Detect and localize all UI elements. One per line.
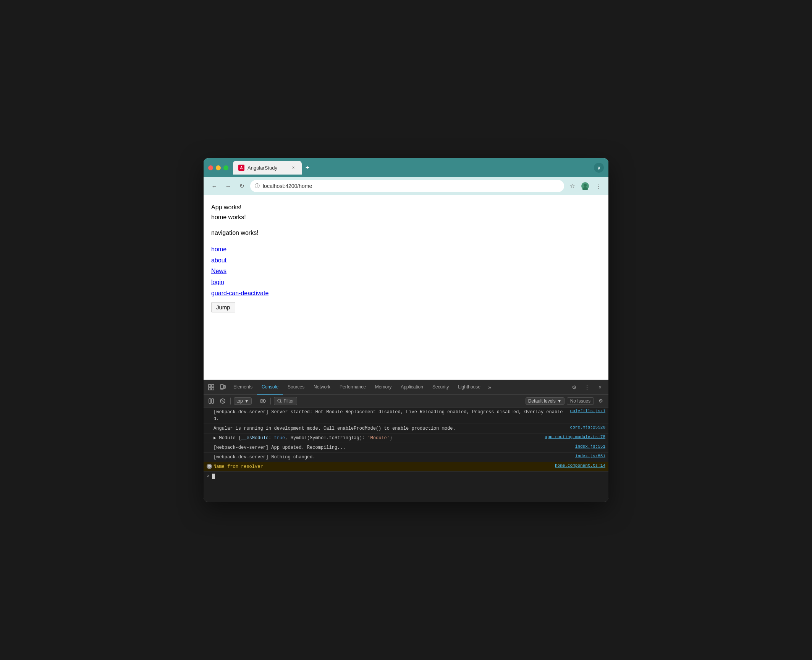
console-source-link-2[interactable]: core.mjs:25520 [570, 425, 605, 430]
browser-menu-button[interactable]: ⋮ [593, 181, 603, 191]
devtools-inspect-icon[interactable] [206, 382, 217, 393]
console-line-text-5: [webpack-dev-server] Nothing changed. [214, 454, 571, 461]
console-line-icon-2 [207, 425, 214, 425]
console-input-area[interactable]: > [204, 472, 608, 480]
toolbar-separator-2 [255, 398, 255, 404]
tab-favicon: A [238, 165, 244, 171]
console-line-icon-4 [207, 444, 214, 445]
console-line-text-1: [webpack-dev-server] Server started: Hot… [214, 409, 566, 422]
console-line-3: ▶ Module {__esModule: true, Symbol(Symbo… [204, 434, 608, 443]
navigation-bar: ← → ↻ ⓘ localhost:4200/home ☆ ⋮ [204, 177, 608, 195]
console-line-5: [webpack-dev-server] Nothing changed. in… [204, 453, 608, 462]
devtools-tab-memory[interactable]: Memory [370, 380, 396, 395]
console-source-link-4[interactable]: index.js:551 [575, 444, 605, 449]
console-filter-input[interactable]: Filter [274, 397, 298, 405]
svg-point-15 [262, 400, 264, 402]
forward-button[interactable]: → [223, 181, 233, 191]
console-sidebar-button[interactable] [207, 396, 216, 406]
toolbar-separator-1 [230, 398, 231, 404]
devtools-more-menu-icon[interactable]: ⋮ [582, 382, 592, 393]
devtools-tab-console[interactable]: Console [257, 380, 283, 395]
tab-close-button[interactable]: × [290, 165, 296, 171]
console-issues-badge[interactable]: No Issues [567, 397, 594, 405]
svg-line-13 [221, 399, 225, 403]
console-prompt-symbol: > [207, 473, 210, 479]
devtools-action-buttons: ⚙ ⋮ × [569, 382, 606, 393]
avatar-button[interactable] [580, 181, 590, 191]
toolbar-separator-3 [270, 398, 271, 404]
svg-rect-3 [209, 385, 211, 387]
devtools-close-button[interactable]: × [595, 382, 605, 393]
jump-button[interactable]: Jump [211, 302, 235, 312]
console-line-text-3: ▶ Module {__esModule: true, Symbol(Symbo… [214, 435, 541, 442]
nav-link-home[interactable]: home [211, 244, 601, 255]
bookmark-button[interactable]: ☆ [567, 181, 577, 191]
devtools-tab-elements[interactable]: Elements [229, 380, 257, 395]
traffic-lights [208, 165, 228, 170]
console-line-icon-1 [207, 409, 214, 409]
devtools-settings-icon[interactable]: ⚙ [569, 382, 579, 393]
console-source-link-3[interactable]: app-routing.module.ts:75 [545, 435, 605, 439]
console-line-4: [webpack-dev-server] App updated. Recomp… [204, 443, 608, 453]
devtools-tab-application[interactable]: Application [396, 380, 428, 395]
console-clear-button[interactable] [218, 396, 227, 406]
svg-point-16 [278, 399, 281, 402]
console-eye-button[interactable] [258, 396, 267, 406]
devtools-tab-sources[interactable]: Sources [283, 380, 309, 395]
svg-rect-5 [209, 388, 211, 390]
svg-rect-6 [212, 388, 214, 390]
devtools-panel: Elements Console Sources Network Perform… [204, 380, 608, 502]
devtools-more-tabs-button[interactable]: » [485, 383, 494, 392]
address-bar[interactable]: ⓘ localhost:4200/home [250, 180, 564, 192]
console-line-text-6: Name from resolver [214, 463, 551, 470]
svg-rect-11 [212, 399, 214, 403]
address-info-icon: ⓘ [255, 183, 260, 189]
console-line-icon-6: ③ [207, 463, 214, 469]
maximize-traffic-light[interactable] [223, 165, 228, 170]
svg-line-17 [280, 402, 281, 403]
address-text: localhost:4200/home [263, 183, 560, 189]
nav-link-news[interactable]: News [211, 266, 601, 277]
console-line-1: [webpack-dev-server] Server started: Hot… [204, 408, 608, 424]
svg-rect-10 [209, 399, 211, 403]
console-source-link-5[interactable]: index.js:551 [575, 454, 605, 458]
console-source-link-1[interactable]: polyfills.js:1 [570, 409, 605, 413]
devtools-tab-network[interactable]: Network [309, 380, 335, 395]
devtools-toolbar: top ▼ Filter Default levels [204, 395, 608, 408]
devtools-tab-bar: Elements Console Sources Network Perform… [204, 380, 608, 395]
console-level-select[interactable]: Default levels ▼ [526, 397, 565, 405]
tab-title: AngularStudy [247, 165, 287, 171]
console-source-link-6[interactable]: home.component.ts:14 [555, 463, 605, 468]
svg-point-14 [260, 399, 265, 403]
console-cursor [212, 474, 215, 479]
reload-button[interactable]: ↻ [236, 181, 247, 191]
console-line-6-warning: ③ Name from resolver home.component.ts:1… [204, 462, 608, 472]
back-button[interactable]: ← [209, 181, 220, 191]
page-content: App works! home works! navigation works!… [204, 195, 608, 380]
devtools-tab-security[interactable]: Security [428, 380, 453, 395]
tab-bar: A AngularStudy × + ∨ [233, 161, 604, 175]
minimize-traffic-light[interactable] [216, 165, 221, 170]
console-toolbar-settings-icon[interactable]: ⚙ [596, 396, 605, 406]
devtools-tab-performance[interactable]: Performance [335, 380, 370, 395]
svg-rect-4 [212, 385, 214, 387]
nav-link-login[interactable]: login [211, 277, 601, 288]
close-traffic-light[interactable] [208, 165, 213, 170]
new-tab-button[interactable]: + [302, 162, 313, 173]
nav-link-about[interactable]: about [211, 255, 601, 266]
tab-expand-button[interactable]: ∨ [594, 163, 604, 173]
svg-rect-8 [224, 385, 225, 388]
nav-link-guard[interactable]: guard-can-deactivate [211, 288, 601, 299]
home-works-text: home works! [211, 212, 601, 222]
console-line-text-2: Angular is running in development mode. … [214, 425, 566, 432]
active-tab[interactable]: A AngularStudy × [233, 161, 302, 175]
svg-point-1 [584, 184, 587, 187]
console-line-icon-3 [207, 435, 214, 435]
navigation-works-text: navigation works! [211, 228, 601, 238]
browser-window: A AngularStudy × + ∨ ← → ↻ ⓘ localhost:4… [204, 158, 608, 502]
title-bar: A AngularStudy × + ∨ [204, 158, 608, 177]
console-line-icon-5 [207, 454, 214, 454]
devtools-device-icon[interactable] [217, 382, 228, 393]
devtools-tab-lighthouse[interactable]: Lighthouse [453, 380, 485, 395]
console-context-select[interactable]: top ▼ [234, 397, 252, 405]
